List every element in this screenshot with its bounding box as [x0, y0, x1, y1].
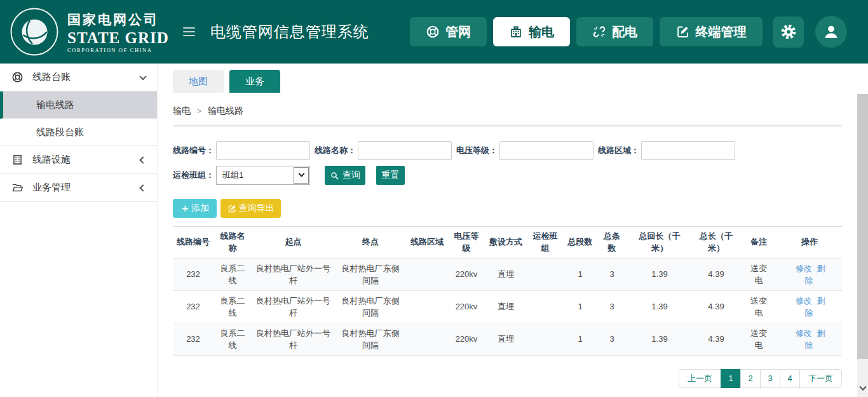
scroll-down-arrow-icon[interactable]: [857, 386, 868, 391]
add-button[interactable]: 添加: [173, 199, 217, 218]
nav-label: 管网: [445, 24, 471, 41]
cell: 232: [173, 259, 214, 291]
hamburger-menu-icon[interactable]: [183, 27, 195, 36]
column-header: 备注: [740, 227, 777, 259]
sidebar-item-line-facilities[interactable]: 线路设施: [0, 146, 157, 174]
cell: 220kv: [448, 259, 485, 291]
sidebar-item-line-ledger[interactable]: 线路台账: [0, 64, 157, 91]
cell: 良系二线: [214, 259, 252, 291]
page-button-4[interactable]: 4: [780, 369, 800, 388]
table-header: 线路编号 线路名称 起点 终点 线路区域 电压等级 敷设方式 运检班组 总段数 …: [173, 227, 842, 259]
tab-business[interactable]: 业务: [229, 70, 280, 93]
select-dropdown-icon[interactable]: [294, 167, 309, 184]
cell: 220kv: [448, 323, 485, 356]
page-button-1[interactable]: 1: [721, 369, 741, 388]
app-header: 国家电网公司 STATE GRID CORPORATION OF CHINA 电…: [0, 0, 868, 64]
user-icon: [822, 23, 840, 41]
line-area-input[interactable]: [641, 141, 735, 160]
scrollbar[interactable]: [857, 64, 868, 397]
cell: 1.39: [627, 291, 692, 323]
field-label: 电压等级：: [456, 145, 498, 156]
nav-button-transmission[interactable]: 输电: [493, 17, 570, 46]
column-header: 运检班组: [527, 227, 564, 259]
plus-icon: [180, 204, 190, 213]
sidebar-item-label: 线路设施: [32, 154, 71, 166]
next-page-button[interactable]: 下一页: [799, 369, 842, 388]
add-button-label: 添加: [191, 203, 209, 214]
page-title: 电缆管网信息管理系统: [210, 22, 369, 42]
team-select[interactable]: 班组1: [216, 166, 310, 185]
search-button[interactable]: 查询: [325, 166, 365, 185]
field-label: 线路区域：: [598, 145, 639, 156]
nav-button-terminal-manage[interactable]: 终端管理: [660, 17, 763, 46]
cell: 直埋: [485, 259, 527, 291]
field-label: 线路编号：: [173, 145, 214, 156]
cell: 1: [564, 323, 597, 356]
filter-line-number: 线路编号：: [173, 141, 310, 160]
sidebar-item-line-segment-ledger[interactable]: 线路段台账: [0, 119, 157, 146]
cell-operations: 修改 删除: [777, 323, 842, 356]
cell: 良村热电厂东侧间隔: [335, 291, 406, 323]
logo-sub: CORPORATION OF CHINA: [67, 47, 169, 53]
filter-team: 运检班组： 班组1: [173, 166, 310, 185]
cell: 良系二线: [214, 323, 252, 356]
column-header: 总长（千米）: [692, 227, 740, 259]
chevron-left-icon: [139, 184, 146, 191]
transmission-icon: [509, 25, 523, 39]
filter-line-area: 线路区域：: [598, 141, 735, 160]
field-label: 线路名称：: [315, 145, 356, 156]
search-button-label: 查询: [342, 170, 360, 181]
cell: 良系二线: [214, 291, 252, 323]
settings-button[interactable]: [773, 17, 804, 48]
user-avatar-button[interactable]: [815, 16, 847, 48]
column-header: 电压等级: [448, 227, 485, 259]
prev-page-button[interactable]: 上一页: [679, 369, 721, 388]
breadcrumb-item[interactable]: 输电线路: [208, 105, 243, 117]
reset-button[interactable]: 重置: [376, 166, 405, 185]
cell: [527, 291, 564, 323]
column-header: 线路区域: [406, 227, 448, 259]
nav-label: 配电: [612, 24, 637, 41]
cell: 良村热电厂站外一号杆: [252, 291, 335, 323]
field-label: 运检班组：: [173, 170, 214, 181]
cell: 1.39: [627, 323, 692, 356]
action-buttons: 添加 查询导出: [173, 199, 842, 218]
state-grid-logo-icon: [9, 6, 60, 57]
logo-en: STATE GRID: [67, 30, 169, 46]
sidebar-item-business-manage[interactable]: 业务管理: [0, 174, 157, 202]
breadcrumb: 输电 > 输电线路: [173, 105, 842, 117]
tab-map[interactable]: 地图: [173, 70, 224, 93]
page-button-3[interactable]: 3: [760, 369, 780, 388]
cell: 1: [564, 291, 597, 323]
cell: [406, 259, 448, 291]
sidebar-item-label: 业务管理: [32, 182, 71, 194]
voltage-level-input[interactable]: [499, 141, 593, 160]
filter-row-2: 运检班组： 班组1 查询 重置: [173, 166, 842, 185]
breadcrumb-separator: >: [197, 107, 201, 116]
line-name-input[interactable]: [358, 141, 452, 160]
cell: 3: [597, 323, 627, 356]
cell: 良村热电厂东侧间隔: [335, 259, 406, 291]
sidebar-item-label: 线路台账: [32, 71, 71, 83]
edit-link[interactable]: 修改: [796, 328, 812, 338]
nav-label: 输电: [529, 24, 554, 41]
scrollbar-thumb[interactable]: [857, 94, 868, 359]
chevron-down-icon: [139, 72, 146, 79]
nav-button-distribution[interactable]: 配电: [576, 17, 653, 46]
cell: 4.39: [692, 323, 740, 356]
edit-link[interactable]: 修改: [796, 264, 812, 273]
breadcrumb-item[interactable]: 输电: [173, 105, 191, 117]
line-number-input[interactable]: [216, 141, 310, 160]
terminal-manage-icon: [676, 25, 690, 39]
export-button[interactable]: 查询导出: [220, 199, 281, 218]
cell: [406, 323, 448, 356]
nav-button-pipe-network[interactable]: 管网: [410, 17, 487, 46]
chevron-left-icon: [139, 156, 146, 163]
page-button-2[interactable]: 2: [740, 369, 761, 388]
sidebar-item-transmission-line[interactable]: 输电线路: [0, 91, 157, 119]
cell: 直埋: [485, 323, 527, 356]
column-header: 总回长（千米）: [627, 227, 692, 259]
column-header: 总段数: [564, 227, 597, 259]
gear-icon: [780, 24, 797, 40]
edit-link[interactable]: 修改: [796, 296, 812, 306]
